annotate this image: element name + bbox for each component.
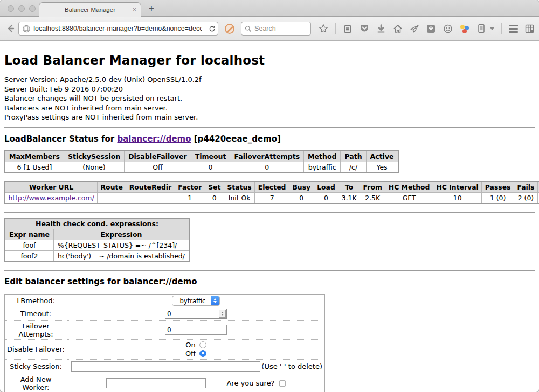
- cell-expression-foof: %{REQUEST_STATUS} =~ /^[234]/: [53, 240, 189, 250]
- new-tab-button[interactable]: +: [149, 3, 154, 14]
- server-built-line: Server Built: Feb 9 2016 07:00:20: [4, 85, 535, 94]
- radio-off[interactable]: [199, 350, 206, 357]
- downloads-icon[interactable]: [376, 24, 386, 33]
- save-to-app-icon[interactable]: [426, 24, 436, 33]
- cell-maxmembers: 6 [1 Used]: [5, 162, 64, 173]
- back-arrow-icon: [6, 24, 16, 33]
- cell-method: bytraffic: [304, 162, 341, 173]
- are-you-sure-checkbox[interactable]: [279, 380, 286, 387]
- url-text[interactable]: localhost:8880/balancer-manager?b=demo&n…: [33, 25, 202, 32]
- col-busy: Busy: [289, 181, 314, 193]
- timeout-input-wrap: [165, 309, 227, 319]
- colored-dots-extension-icon[interactable]: [460, 24, 469, 33]
- menu-hamburger-icon[interactable]: [509, 25, 518, 33]
- cell-factor: 1: [175, 192, 205, 204]
- radio-off-label: Off: [185, 349, 196, 358]
- col-factor: Factor: [175, 181, 205, 193]
- col-expr-name: Expr name: [5, 229, 53, 240]
- col-routeredir: RouteRedir: [126, 181, 175, 193]
- worker-table-row: http://www.example.com/ 1 0 Init Ok 7 0 …: [5, 192, 539, 204]
- cell-from: 2.5K: [360, 192, 385, 204]
- col-maxmembers: MaxMembers: [5, 151, 64, 162]
- timeout-label: Timeout:: [5, 307, 67, 320]
- search-placeholder: Search: [254, 25, 276, 32]
- disable-failover-label: Disable Failover:: [5, 339, 67, 359]
- yellow-dot: [460, 25, 465, 29]
- page-content: Load Balancer Manager for localhost Serv…: [0, 41, 539, 392]
- col-timeout: Timeout: [191, 151, 230, 162]
- cell-status: Init Ok: [224, 192, 254, 204]
- home-icon[interactable]: [393, 24, 403, 33]
- url-bar[interactable]: localhost:8880/balancer-manager?b=demo&n…: [18, 22, 218, 36]
- pocket-icon[interactable]: [360, 24, 369, 33]
- content-blocked-icon[interactable]: [225, 24, 234, 34]
- balancer-settings-form: LBmethod: bytraffic Timeout:: [4, 294, 325, 392]
- col-from: From: [360, 181, 385, 193]
- lbmethod-selected-value: bytraffic: [172, 296, 211, 305]
- cell-expression-foof2: hc('body') =~ /domain is established/: [53, 250, 189, 262]
- cell-hc-method: GET: [385, 192, 433, 204]
- are-you-sure-label: Are you sure?: [226, 379, 274, 387]
- cell-fails: 2 (0): [514, 192, 537, 204]
- col-passes: Passes: [482, 181, 514, 193]
- notes-panel-icon[interactable]: [476, 24, 486, 33]
- col-failoverattempts: FailoverAttempts: [230, 151, 304, 162]
- col-method: Method: [304, 151, 341, 162]
- cell-route: [98, 192, 126, 204]
- select-stepper-icon: [211, 296, 219, 305]
- radio-on[interactable]: [199, 341, 206, 348]
- col-expression: Expression: [53, 229, 189, 240]
- toolbar-separator: [335, 23, 336, 34]
- status-heading-suffix: [p4420eeae_demo]: [191, 134, 281, 144]
- timeout-input[interactable]: [165, 310, 219, 318]
- urlbar-divider: [205, 24, 205, 33]
- col-to: To: [338, 181, 360, 193]
- failover-attempts-label: Failover Attempts:: [5, 320, 67, 339]
- toolbar-separator-2: [501, 23, 502, 34]
- bookmark-star-icon[interactable]: [319, 24, 328, 33]
- add-worker-input[interactable]: [106, 378, 206, 388]
- balancers-note-line: Balancers are NOT inherited from main se…: [4, 103, 535, 113]
- search-icon: [245, 25, 252, 32]
- browser-tab[interactable]: Balancer Manager ×: [39, 2, 141, 17]
- reload-icon[interactable]: [209, 25, 216, 33]
- navigation-toolbar: localhost:8880/balancer-manager?b=demo&n…: [0, 17, 539, 41]
- sticky-session-row: Sticky Session: (Use '-' to delete): [5, 359, 325, 374]
- minimize-window-button[interactable]: [18, 5, 25, 12]
- zoom-window-button[interactable]: [29, 5, 36, 12]
- lbmethod-label: LBmethod:: [5, 294, 67, 307]
- health-table-title: Health check cond. expressions:: [5, 218, 189, 229]
- site-globe-icon: [22, 25, 31, 33]
- col-worker-url: Worker URL: [5, 181, 98, 193]
- toolbar-icons: [319, 23, 535, 34]
- close-window-button[interactable]: [8, 5, 14, 12]
- col-disablefailover: DisableFailover: [125, 151, 191, 162]
- balancer-demo-link[interactable]: balancer://demo: [117, 134, 191, 144]
- cell-passes: 1 (0): [482, 192, 514, 204]
- grid-tiles-icon[interactable]: [525, 24, 535, 33]
- send-plane-icon[interactable]: [410, 24, 419, 33]
- disable-failover-row: Disable Failover: On Off: [5, 339, 325, 359]
- search-bar[interactable]: Search: [241, 22, 311, 36]
- traffic-lights: [8, 5, 36, 12]
- lbmethod-select[interactable]: bytraffic: [172, 296, 220, 306]
- col-path: Path: [341, 151, 366, 162]
- cell-hc-interval: 10: [433, 192, 481, 204]
- cell-expr-name-foof2: foof2: [5, 250, 53, 262]
- sticky-session-input[interactable]: [71, 361, 260, 372]
- feedback-smiley-icon[interactable]: [443, 24, 453, 33]
- cell-busy: 0: [289, 192, 314, 204]
- balancer-table-header-row: MaxMembers StickySession DisableFailover…: [5, 151, 398, 162]
- chevron-down-icon[interactable]: [490, 27, 494, 30]
- health-check-table: Health check cond. expressions: Expr nam…: [4, 218, 190, 262]
- status-heading: LoadBalancer Status for balancer://demo …: [4, 134, 535, 144]
- number-spinner-icon[interactable]: [219, 310, 226, 318]
- cell-elected: 7: [255, 192, 289, 204]
- worker-url-link[interactable]: http://www.example.com/: [9, 194, 94, 202]
- cell-expr-name-foof: foof: [5, 240, 53, 250]
- tab-close-icon[interactable]: ×: [133, 6, 136, 13]
- bookmarks-clipboard-icon[interactable]: [343, 24, 353, 33]
- back-button[interactable]: [4, 22, 17, 36]
- failover-attempts-input[interactable]: [165, 325, 227, 335]
- add-worker-label: Add New Worker:: [5, 374, 67, 392]
